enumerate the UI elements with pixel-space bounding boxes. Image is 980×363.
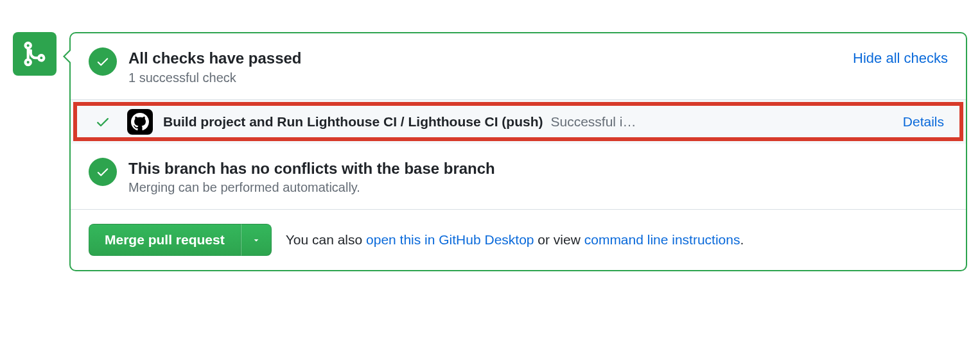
conflicts-section: This branch has no conflicts with the ba… — [71, 144, 966, 210]
check-details-link[interactable]: Details — [903, 114, 948, 130]
command-line-link[interactable]: command line instructions — [584, 232, 740, 247]
check-icon — [96, 55, 110, 69]
merge-options-dropdown[interactable] — [241, 224, 272, 256]
text-suffix: . — [740, 232, 744, 247]
merge-status-box: All checks have passed 1 successful chec… — [69, 32, 967, 271]
caret-down-icon — [252, 235, 261, 244]
checks-subtitle: 1 successful check — [128, 71, 841, 85]
merge-alt-text: You can also open this in GitHub Desktop… — [286, 232, 744, 248]
check-status: Successful i… — [550, 114, 636, 130]
merge-button-group: Merge pull request — [89, 224, 272, 256]
merge-pull-request-button[interactable]: Merge pull request — [89, 224, 241, 256]
git-merge-icon — [21, 40, 49, 68]
text-prefix: You can also — [286, 232, 366, 247]
conflicts-subtitle: Merging can be performed automatically. — [128, 180, 948, 195]
checks-summary-section: All checks have passed 1 successful chec… — [71, 33, 966, 99]
git-merge-badge — [13, 32, 57, 76]
check-icon — [95, 114, 110, 130]
checks-title: All checks have passed — [128, 47, 841, 69]
toggle-checks-link[interactable]: Hide all checks — [853, 47, 948, 67]
success-status-circle — [89, 47, 117, 76]
github-icon — [131, 113, 149, 131]
check-icon — [96, 165, 110, 179]
text-mid: or view — [534, 232, 584, 247]
check-item-row: Build project and Run Lighthouse CI / Li… — [71, 99, 966, 144]
conflicts-title: This branch has no conflicts with the ba… — [128, 158, 948, 180]
merge-action-row: Merge pull request You can also open thi… — [71, 209, 966, 270]
success-status-circle — [89, 158, 117, 186]
open-desktop-link[interactable]: open this in GitHub Desktop — [366, 232, 534, 247]
github-actions-avatar — [127, 109, 153, 135]
check-name: Build project and Run Lighthouse CI / Li… — [163, 114, 543, 130]
